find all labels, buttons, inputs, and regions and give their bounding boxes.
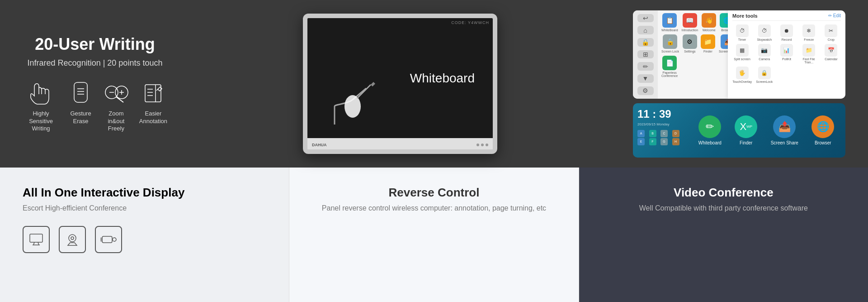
tool-label-timer: Timer <box>738 38 746 41</box>
tool-label-screenlock: ScreenLock <box>756 80 773 83</box>
tool-label-stopwatch: Stopwatch <box>757 38 772 41</box>
monitor-screen: CODE: Y4WWCH Whiteboard <box>307 18 493 138</box>
app-introduction[interactable]: 📖 Introduction <box>682 13 698 32</box>
app-settings[interactable]: ⚙ Settings <box>683 34 697 53</box>
svg-rect-12 <box>145 85 161 102</box>
allinone-title: All In One Interactive Display <box>23 186 266 200</box>
svg-marker-20 <box>371 82 375 86</box>
allinone-icon-monitor <box>23 226 50 253</box>
tool-crop[interactable]: ✂ Crop <box>821 24 841 41</box>
app-label-intro: Introduction <box>682 29 698 32</box>
sidebar-home-btn[interactable]: ⌂ <box>637 26 654 34</box>
reverse-subtitle: Panel reverse control wireless computer:… <box>322 204 546 212</box>
tool-label-split: Split screen <box>734 58 750 61</box>
tool-fileshare[interactable]: 📁 Fast File Tran... <box>799 44 819 64</box>
mini-app-8: H <box>672 138 679 145</box>
mini-app-3: C <box>660 130 668 137</box>
app-icon-paperless: 📄 <box>662 56 677 70</box>
bottom-app-whiteboard[interactable]: ✏ Whiteboard <box>698 115 722 145</box>
projector-icon <box>95 226 122 253</box>
ui-panel-bottom: 11 : 39 2023/09/15 Monday A B C D E F G … <box>633 103 845 158</box>
tool-freeze[interactable]: ❄ Freeze <box>799 24 819 41</box>
tool-touchoverlay[interactable]: 🖐 TouchOverlay <box>732 67 752 83</box>
app-label-settings: Settings <box>684 50 695 53</box>
time-display: 11 : 39 <box>637 108 683 120</box>
tool-icon-calendar: 📅 <box>825 44 837 57</box>
tool-icon-timer: ⏱ <box>736 24 749 37</box>
tool-stopwatch[interactable]: ⏱ Stopwatch <box>755 24 774 41</box>
mini-app-grid: A B C D E F G H <box>637 130 683 145</box>
bottom-col-reverse: Reverse Control Panel reverse control wi… <box>289 168 579 302</box>
app-icon-settings: ⚙ <box>683 34 697 49</box>
bottom-app-browser[interactable]: 🌐 Browser <box>811 115 834 145</box>
app-paperless[interactable]: 📄 PaperlessConference <box>661 56 678 77</box>
features-grid: HighlySensitive Writing GestureErase <box>23 81 167 133</box>
mini-app-6: F <box>649 138 656 145</box>
mini-app-1: A <box>637 130 645 137</box>
tool-icon-crop: ✂ <box>825 24 837 37</box>
tool-label-camera: Camera <box>759 58 770 61</box>
feature-sensitive-label: HighlySensitive Writing <box>23 110 59 133</box>
tool-icon-fileshare: 📁 <box>802 44 815 57</box>
sidebar-pencil-btn[interactable]: ✏ <box>637 62 654 71</box>
edit-button[interactable]: ✏ Edit <box>828 13 841 18</box>
whiteboard-text: Whiteboard <box>410 71 475 86</box>
tool-calendar[interactable]: 📅 Calendar <box>821 44 841 64</box>
feature-annotation-label: EasierAnnotation <box>139 110 167 125</box>
monitor-brand: DAHUA <box>312 143 327 147</box>
tool-label-fileshare: Fast File Tran... <box>799 58 819 64</box>
bottom-app-label-whiteboard: Whiteboard <box>698 140 722 145</box>
app-icon-intro: 📖 <box>683 13 697 28</box>
tool-camera[interactable]: 📷 Camera <box>755 44 774 64</box>
app-welcome[interactable]: 👋 Welcome <box>702 13 716 32</box>
bottom-app-label-browser: Browser <box>815 140 831 145</box>
tool-screenlock[interactable]: 🔒 ScreenLock <box>755 67 774 83</box>
app-whiteboard[interactable]: 📋 WhiteBoard <box>661 13 678 32</box>
bottom-app-finder[interactable]: XWP Finder <box>735 115 757 145</box>
sidebar-arrow-btn[interactable]: ▼ <box>637 74 654 83</box>
annotation-icon <box>141 81 165 106</box>
tool-timer[interactable]: ⏱ Timer <box>732 24 752 41</box>
svg-point-28 <box>113 238 116 241</box>
sidebar-lock-btn[interactable]: 🔒 <box>637 38 654 47</box>
right-panel: ↩ ⌂ 🔒 ⊞ ✏ ▼ ⚙ 📋 WhiteBoard 📖 Introduc <box>633 10 845 158</box>
allinone-subtitle: Escort High-efficient Conference <box>23 204 266 212</box>
svg-line-14 <box>156 89 158 91</box>
app-icon-finder: 📁 <box>701 34 715 49</box>
monitor-btn-2 <box>481 144 484 146</box>
app-icon-whiteboard: 📋 <box>662 13 677 28</box>
bottom-app-screenshare[interactable]: 📤 Screen Share <box>771 115 798 145</box>
webcam-icon <box>59 226 86 253</box>
allinone-icon-projector <box>95 226 122 253</box>
svg-rect-27 <box>102 236 112 243</box>
more-tools-header: More tools ✏ Edit <box>732 13 841 21</box>
sidebar-grid-btn[interactable]: ⊞ <box>637 50 654 59</box>
tool-label-crop: Crop <box>828 38 835 41</box>
sidebar-settings-btn[interactable]: ⚙ <box>637 86 654 95</box>
monitor-bottom-bar: DAHUA <box>307 138 493 152</box>
monitor-control-buttons <box>476 144 488 146</box>
bottom-app-icon-whiteboard: ✏ <box>698 115 721 138</box>
tool-icon-touchoverlay: 🖐 <box>736 67 749 79</box>
tool-record[interactable]: ⏺ Record <box>777 24 796 41</box>
tool-split[interactable]: ▦ Split screen <box>732 44 752 64</box>
app-screenlock[interactable]: 🔒 Screen Lock <box>661 34 679 53</box>
svg-line-8 <box>116 97 123 102</box>
bottom-col-allinone: All In One Interactive Display Escort Hi… <box>0 168 289 302</box>
tool-label-touchoverlay: TouchOverlay <box>732 80 752 83</box>
svg-line-19 <box>357 85 371 98</box>
bottom-section: All In One Interactive Display Escort Hi… <box>0 168 868 302</box>
mini-app-7: G <box>660 138 668 145</box>
svg-point-18 <box>344 95 361 118</box>
zoom-icon <box>104 81 128 106</box>
tool-icon-record: ⏺ <box>780 24 793 37</box>
tool-label-freeze: Freeze <box>804 38 814 41</box>
app-icon-screenlock: 🔒 <box>663 34 677 49</box>
app-finder[interactable]: 📁 Finder <box>701 34 715 53</box>
bottom-col-video: Video Conference Well Compatible with th… <box>579 168 868 302</box>
tool-label-calendar: Calendar <box>825 58 837 61</box>
tool-pollkit[interactable]: 📊 PollKit <box>777 44 796 64</box>
sidebar-back-btn[interactable]: ↩ <box>637 14 654 23</box>
tool-icon-pollkit: 📊 <box>780 44 793 57</box>
tool-icon-split: ▦ <box>736 44 749 57</box>
